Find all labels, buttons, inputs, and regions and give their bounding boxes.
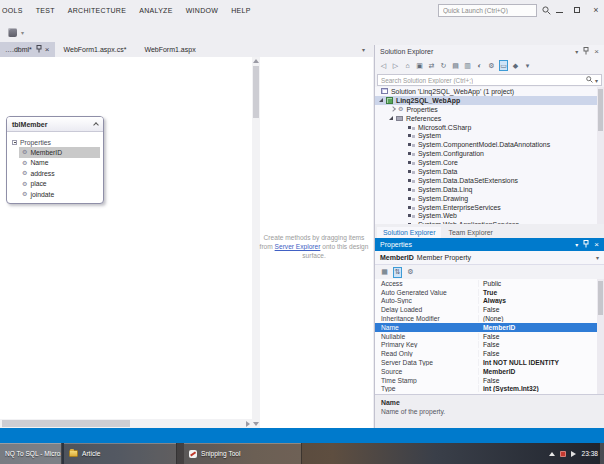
window-menu-icon[interactable]: ▾: [575, 48, 578, 55]
close-icon[interactable]: ×: [594, 48, 599, 55]
reference-item[interactable]: System.Core: [375, 158, 604, 167]
expander-expanded-icon[interactable]: [379, 98, 383, 102]
property-grid-row[interactable]: Delay Loaded False: [375, 305, 604, 314]
property-pages-icon[interactable]: ⚙: [406, 267, 415, 278]
tool-window-tab[interactable]: Solution Explorer: [377, 227, 441, 238]
pin-icon[interactable]: [583, 47, 589, 56]
server-explorer-link[interactable]: Server Explorer: [275, 243, 321, 250]
designer-horizontal-scrollbar[interactable]: [0, 419, 252, 428]
properties-titlebar[interactable]: Properties ▾ ×: [375, 238, 604, 251]
pending-changes-filter-icon[interactable]: ◐: [475, 60, 484, 71]
property-grid-scrollbar[interactable]: [597, 279, 604, 394]
property-grid-row[interactable]: Access Public: [375, 279, 604, 288]
toolbar-button-icon[interactable]: [8, 28, 17, 37]
taskbar-vs-button[interactable]: NQ To SQL - Micro...: [0, 443, 62, 464]
taskbar-article-button[interactable]: Article: [64, 443, 177, 464]
entity-header[interactable]: tblMember: [7, 117, 103, 132]
menu-item[interactable]: ARCHITECTURE: [68, 7, 126, 14]
property-grid-row[interactable]: Source MemberID: [375, 367, 604, 376]
property-grid-row[interactable]: Type int (System.Int32): [375, 385, 604, 394]
reference-item[interactable]: System.ComponentModel.DataAnnotations: [375, 140, 604, 149]
reference-item[interactable]: System.EnterpriseServices: [375, 203, 604, 212]
reference-item[interactable]: System: [375, 131, 604, 140]
pin-icon[interactable]: [36, 45, 42, 54]
document-tab[interactable]: WebForm1.aspx ×: [135, 42, 204, 57]
tool-window-tab[interactable]: Team Explorer: [442, 227, 498, 238]
collapse-minus-icon[interactable]: [12, 140, 17, 145]
file-nesting-icon[interactable]: ▥: [463, 60, 472, 71]
document-tab[interactable]: ….dbml* ×: [0, 42, 55, 57]
sync-with-active-document-icon[interactable]: ⇄: [427, 60, 436, 71]
window-menu-icon[interactable]: ▾: [575, 241, 578, 248]
entity-tblmember[interactable]: tblMember Properties ⚙ MemberID: [6, 116, 104, 204]
refresh-icon[interactable]: ↻: [439, 60, 448, 71]
quick-launch-input[interactable]: Quick Launch (Ctrl+Q): [438, 4, 537, 17]
forward-icon[interactable]: ▷: [391, 60, 400, 71]
entity-property[interactable]: ⚙ MemberID: [19, 147, 100, 158]
property-value[interactable]: Int NOT NULL IDENTITY: [479, 359, 604, 366]
tab-list-dropdown-icon[interactable]: ▾: [362, 46, 365, 53]
property-grid-row[interactable]: Read Only False: [375, 349, 604, 358]
reference-item[interactable]: System.Data.DataSetExtensions: [375, 176, 604, 185]
menu-item[interactable]: ANALYZE: [139, 7, 172, 14]
taskbar-snipping-button[interactable]: Snipping Tool: [184, 443, 302, 464]
search-icon[interactable]: [586, 76, 593, 84]
taskbar-clock[interactable]: 23:38: [581, 450, 598, 457]
volume-icon[interactable]: [571, 451, 576, 457]
scope-icon[interactable]: ▣: [415, 60, 424, 71]
chevron-down-icon[interactable]: ▾: [595, 77, 598, 84]
reference-item[interactable]: System.Configuration: [375, 149, 604, 158]
minimize-button[interactable]: [551, 3, 567, 16]
property-grid-row[interactable]: Name MemberID: [375, 323, 604, 332]
reference-item[interactable]: System.Drawing: [375, 194, 604, 203]
solution-search-input[interactable]: Search Solution Explorer (Ctrl+;) ▾: [377, 74, 602, 86]
toolbar-overflow-icon[interactable]: ▾: [523, 60, 532, 71]
property-value[interactable]: (None): [479, 315, 604, 322]
property-value[interactable]: False: [479, 306, 604, 313]
maximize-button[interactable]: [569, 3, 585, 16]
expander-expanded-icon[interactable]: [389, 116, 393, 120]
property-grid-row[interactable]: Server Data Type Int NOT NULL IDENTITY: [375, 358, 604, 367]
entity-property[interactable]: ⚙ place: [19, 179, 100, 190]
nested-projects-icon[interactable]: ▤: [451, 60, 460, 71]
property-value[interactable]: MemberID: [479, 324, 604, 331]
property-value[interactable]: int (System.Int32): [479, 385, 604, 392]
property-value[interactable]: True: [479, 289, 604, 296]
collapse-chevron-icon[interactable]: [94, 121, 98, 128]
menu-item[interactable]: TEST: [36, 7, 55, 14]
entity-property[interactable]: ⚙ joindate: [19, 189, 100, 200]
references-folder-node[interactable]: References: [375, 114, 604, 123]
search-icon[interactable]: [542, 6, 551, 16]
property-value[interactable]: False: [479, 333, 604, 340]
entity-properties-section[interactable]: Properties: [7, 137, 103, 147]
orm-design-surface[interactable]: tblMember Properties ⚙ MemberID: [0, 57, 373, 428]
reference-item[interactable]: System.Data.Linq: [375, 185, 604, 194]
property-grid-row[interactable]: Auto Generated Value True: [375, 288, 604, 297]
categorized-icon[interactable]: ▦: [380, 267, 389, 278]
property-value[interactable]: False: [479, 377, 604, 384]
menu-item[interactable]: HELP: [231, 7, 251, 14]
tray-expand-icon[interactable]: [549, 452, 555, 456]
tree-scrollbar[interactable]: [597, 87, 604, 224]
document-tab[interactable]: WebForm1.aspx.cs* ×: [55, 42, 136, 57]
property-grid-row[interactable]: Auto-Sync Always: [375, 297, 604, 306]
entity-property[interactable]: ⚙ Name: [19, 158, 100, 169]
reference-item[interactable]: System.Web: [375, 211, 604, 220]
properties-object-selector[interactable]: MemberID Member Property ▾: [375, 251, 604, 265]
project-node[interactable]: Linq2SQL_WebApp: [375, 96, 604, 105]
property-grid-row[interactable]: Primary Key False: [375, 341, 604, 350]
chevron-down-icon[interactable]: ▾: [21, 29, 24, 36]
close-icon[interactable]: ×: [45, 47, 50, 53]
solution-explorer-titlebar[interactable]: Solution Explorer ▾ ×: [375, 45, 604, 58]
reference-item[interactable]: System.Web.ApplicationServices: [375, 220, 604, 224]
alphabetical-icon[interactable]: ⇅: [393, 267, 402, 278]
expander-collapsed-icon[interactable]: [390, 106, 396, 112]
show-all-files-icon[interactable]: ▭: [499, 60, 508, 71]
properties-icon[interactable]: ⚙: [487, 60, 496, 71]
reference-item[interactable]: System.Data: [375, 167, 604, 176]
solution-node[interactable]: Solution 'Linq2SQL_WebApp' (1 project): [375, 87, 604, 96]
property-grid-row[interactable]: Time Stamp False: [375, 376, 604, 385]
property-grid-row[interactable]: Inheritance Modifier (None): [375, 314, 604, 323]
property-value[interactable]: False: [479, 341, 604, 348]
menu-item[interactable]: OOLS: [2, 7, 23, 14]
